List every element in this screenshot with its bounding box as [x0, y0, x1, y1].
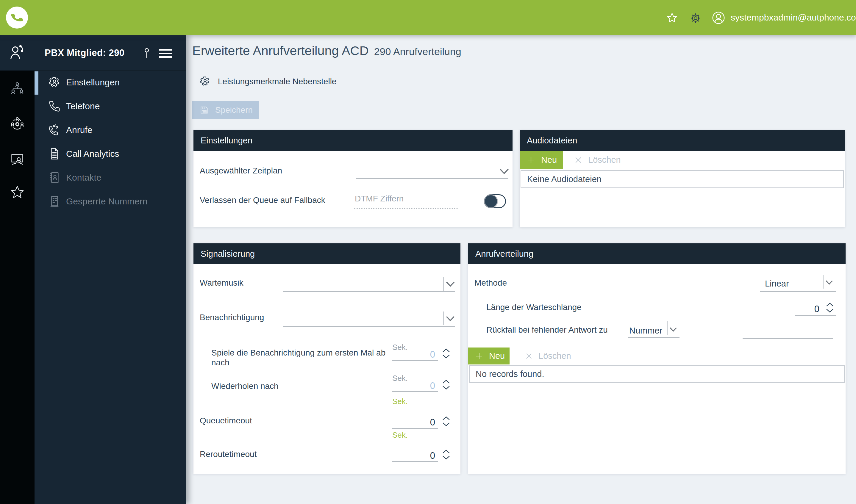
verteilung-loeschen-button[interactable]: Löschen	[523, 347, 573, 364]
panel-header: Audiodateien	[520, 130, 845, 151]
brand-logo[interactable]	[6, 6, 28, 29]
rail-community-icon[interactable]	[10, 116, 25, 131]
user-avatar-icon[interactable]	[711, 11, 726, 25]
first-play-value[interactable]: 0	[392, 349, 435, 360]
reroutetimeout-unit: Sek.	[392, 431, 408, 440]
stepper-down-icon[interactable]	[442, 354, 450, 359]
feature-link-label: Leistungsmerkmale Nebenstelle	[218, 77, 336, 86]
queue-length-stepper[interactable]	[826, 302, 834, 313]
zeitplan-label: Ausgewählter Zeitplan	[200, 166, 282, 176]
sidebar-item-telefone[interactable]: Telefone	[35, 94, 186, 118]
sidebar-item-label: Kontakte	[66, 173, 101, 183]
sidebar-item-label: Anrufe	[66, 125, 92, 135]
pin-icon[interactable]	[143, 48, 150, 59]
app-window: systempbxadmin@autphone.com PBX Mitglied…	[0, 0, 856, 504]
verteilung-empty-list: No records found.	[469, 365, 845, 383]
rail-org-chart-icon[interactable]	[10, 80, 25, 96]
queuetimeout-stepper[interactable]	[442, 416, 450, 427]
plus-icon	[475, 352, 484, 361]
feature-link[interactable]: Leistungsmerkmale Nebenstelle	[199, 74, 336, 89]
phone-logo-icon	[10, 11, 24, 24]
stepper-up-icon[interactable]	[442, 416, 450, 421]
neu-button-label: Neu	[489, 351, 505, 361]
user-email-menu[interactable]: systempbxadmin@autphone.com	[731, 0, 856, 35]
reroutetimeout-label: Reroutetimeout	[200, 449, 256, 459]
save-floppy-icon	[199, 105, 209, 115]
queuetimeout-value[interactable]: 0	[392, 417, 435, 428]
x-icon	[574, 156, 583, 164]
stepper-up-icon[interactable]	[442, 449, 450, 454]
sidebar-item-label: Einstellungen	[66, 77, 120, 88]
settings-gear-icon[interactable]	[690, 13, 701, 24]
gear-person-icon	[199, 75, 211, 88]
audio-loeschen-button[interactable]: Löschen	[572, 151, 623, 169]
dtmf-input[interactable]	[354, 190, 458, 209]
page-title-row: Erweiterte Anrufverteilung ACD 290 Anruf…	[192, 43, 461, 58]
sidebar-item-call-analytics[interactable]: Call Analytics	[35, 142, 186, 166]
stepper-down-icon[interactable]	[826, 308, 834, 313]
rail-favorites-star-icon[interactable]	[10, 184, 25, 200]
address-book-icon	[48, 171, 61, 184]
audio-empty-list: Keine Audiodateien	[521, 170, 844, 188]
rail-agent-screen-icon[interactable]	[10, 152, 25, 167]
stepper-down-icon[interactable]	[442, 422, 450, 427]
stepper-down-icon[interactable]	[442, 385, 450, 390]
wartemusik-label: Wartemusik	[200, 278, 244, 288]
verteilung-neu-button[interactable]: Neu	[468, 347, 510, 364]
sidebar-item-einstellungen[interactable]: Einstellungen	[35, 71, 186, 94]
toggle-knob	[485, 195, 497, 208]
queuetimeout-label: Queuetimeout	[200, 416, 252, 426]
chevron-down-icon[interactable]	[499, 168, 510, 175]
sidebar-header: PBX Mitglied: 290	[0, 35, 186, 71]
panel-header: Signalisierung	[194, 244, 461, 264]
panel-header: Anrufverteilung	[468, 244, 845, 264]
phone-arrows-icon	[48, 123, 61, 137]
panel-einstellungen: Einstellungen Ausgewählter Zeitplan Verl…	[194, 130, 513, 227]
panel-title: Audiodateien	[527, 136, 577, 145]
reroutetimeout-stepper[interactable]	[442, 449, 450, 460]
first-play-label: Spiele die Benachrichtigung zum ersten M…	[211, 348, 405, 367]
sidebar-item-label: Telefone	[66, 101, 100, 111]
top-bar: systempbxadmin@autphone.com	[0, 0, 856, 35]
fallback-number-input[interactable]	[743, 324, 833, 339]
sidebar-menu: Einstellungen Telefone Anrufe	[35, 71, 186, 213]
loeschen-button-label: Löschen	[538, 351, 571, 361]
chevron-down-icon[interactable]	[445, 281, 456, 287]
benachrichtigung-label: Benachrichtigung	[200, 312, 264, 322]
panel-title: Signalisierung	[201, 249, 255, 259]
repeat-value[interactable]: 0	[392, 380, 435, 391]
save-button-label: Speichern	[215, 105, 253, 115]
fallback-label: Verlassen der Queue auf Fallback	[200, 195, 325, 205]
stepper-up-icon[interactable]	[442, 379, 450, 384]
sidebar-item-anrufe[interactable]: Anrufe	[35, 118, 186, 142]
sidebar-item-label: Gesperrte Nummern	[66, 196, 147, 206]
chevron-down-icon[interactable]	[445, 316, 456, 322]
chevron-down-icon[interactable]	[825, 280, 833, 285]
repeat-label: Wiederholen nach	[211, 381, 279, 391]
sidebar-item-label: Call Analytics	[66, 149, 119, 159]
queue-length-label: Länge der Warteschlange	[486, 302, 582, 312]
stepper-up-icon[interactable]	[826, 302, 834, 307]
stepper-up-icon[interactable]	[442, 348, 450, 353]
stepper-down-icon[interactable]	[442, 455, 450, 460]
methode-label: Methode	[475, 278, 507, 288]
panel-title: Anrufverteilung	[475, 249, 533, 259]
favorites-star-icon[interactable]	[666, 12, 678, 24]
chevron-down-icon[interactable]	[669, 327, 677, 332]
queue-length-value[interactable]: 0	[784, 304, 819, 314]
page-subtitle: 290 Anrufverteilung	[374, 46, 461, 57]
first-play-stepper[interactable]	[442, 348, 450, 359]
fallback-toggle[interactable]	[484, 194, 506, 208]
panel-header: Einstellungen	[194, 130, 513, 151]
blocked-numbers-icon	[48, 195, 61, 208]
audio-neu-button[interactable]: Neu	[520, 151, 563, 169]
reroutetimeout-value[interactable]: 0	[392, 450, 435, 461]
panel-signalisierung: Signalisierung Wartemusik Benachrichtigu…	[194, 244, 461, 474]
plus-icon	[526, 155, 536, 165]
sidebar-menu-toggle[interactable]	[159, 49, 172, 58]
hamburger-icon	[159, 49, 172, 58]
sidebar: PBX Mitglied: 290	[0, 35, 186, 504]
neu-button-label: Neu	[541, 155, 557, 165]
repeat-stepper[interactable]	[442, 379, 450, 390]
save-button[interactable]: Speichern	[192, 101, 259, 119]
